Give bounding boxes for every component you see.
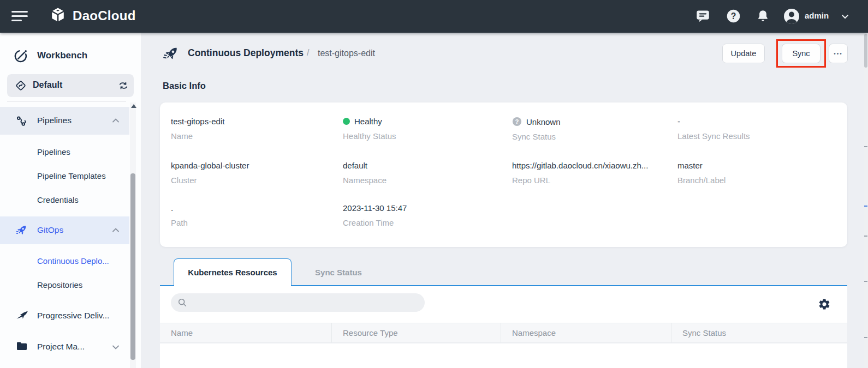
field-branch-label: master Branch/Label	[677, 161, 726, 185]
field-path: . Path	[171, 203, 188, 227]
username[interactable]: admin	[805, 11, 829, 20]
svg-text:?: ?	[731, 11, 736, 21]
field-healthy-status: Healthy Healthy Status	[343, 117, 396, 141]
workspace-selector[interactable]: Default	[7, 74, 134, 97]
breadcrumb-rocket-icon	[163, 45, 180, 62]
healthy-status-dot-icon	[343, 118, 350, 125]
scrollbar-mark	[864, 281, 867, 282]
table-header: Name Resource Type Namespace Sync Status	[160, 323, 847, 343]
sidebar-item-credentials[interactable]: Credentials	[37, 195, 79, 212]
chevron-up-icon[interactable]	[112, 228, 120, 232]
scrollbar-mark	[864, 236, 867, 237]
sidebar-scrollbar-up-arrow-icon[interactable]	[131, 104, 136, 108]
avatar[interactable]	[783, 8, 800, 25]
update-button[interactable]: Update	[722, 44, 765, 63]
sidebar-item-continuous-deployments[interactable]: Continuous Deplo...	[37, 256, 109, 273]
column-header-namespace: Namespace	[501, 323, 671, 342]
field-creation-time: 2023-11-30 15:47 Creation Time	[343, 203, 407, 227]
project-folder-icon	[15, 340, 28, 353]
field-cluster: kpanda-global-cluster Cluster	[171, 161, 249, 185]
chevron-up-icon[interactable]	[112, 118, 120, 123]
progressive-delivery-bird-icon	[15, 309, 28, 322]
user-chevron-down-icon[interactable]	[841, 14, 849, 19]
pipelines-group-label: Pipelines	[37, 116, 72, 125]
scrollbar-mark	[864, 337, 867, 338]
page-scrollbar-thumb[interactable]	[864, 34, 867, 68]
app-window: DaoCloud ? admin	[0, 0, 868, 368]
sidebar-item-repositories[interactable]: Repositories	[37, 280, 82, 297]
column-header-resource-type: Resource Type	[332, 323, 501, 342]
svg-text:?: ?	[515, 118, 519, 125]
field-namespace: default Namespace	[343, 161, 387, 185]
tab-kubernetes-resources[interactable]: Kubernetes Resources	[174, 258, 292, 286]
gitops-group-label: GitOps	[37, 225, 63, 235]
topbar: DaoCloud ? admin	[0, 0, 868, 33]
field-latest-sync-results: - Latest Sync Results	[677, 117, 750, 141]
switch-workspace-icon[interactable]	[118, 80, 129, 91]
workspace-name: Default	[33, 80, 62, 90]
chevron-down-icon[interactable]	[112, 345, 120, 349]
pipelines-icon	[15, 114, 28, 128]
column-header-sync-status: Sync Status	[671, 323, 847, 342]
search-icon	[177, 298, 187, 307]
search-bar[interactable]	[171, 293, 425, 312]
sidebar-scrollbar-thumb[interactable]	[130, 173, 135, 360]
sidebar-item-workbench[interactable]: Workbench	[0, 46, 141, 68]
project-management-label: Project Ma...	[37, 342, 85, 352]
scrollbar-mark	[864, 206, 867, 207]
page-scrollbar-track[interactable]	[864, 33, 868, 368]
sidebar-group-gitops[interactable]: GitOps	[0, 216, 129, 244]
gitops-rocket-icon	[15, 224, 28, 237]
workbench-icon	[13, 49, 28, 64]
workbench-label: Workbench	[37, 50, 87, 61]
sidebar: Workbench Default	[0, 33, 141, 368]
breadcrumb-root[interactable]: Continuous Deployments	[188, 47, 304, 59]
table-body-empty	[160, 343, 847, 368]
sidebar-item-progressive-delivery[interactable]: Progressive Deliv...	[0, 304, 129, 328]
progressive-delivery-label: Progressive Deliv...	[37, 311, 109, 321]
table-settings-gear-icon[interactable]	[818, 298, 831, 311]
field-repo-url: https://gitlab.daocloud.cn/xiaowu.zh... …	[512, 161, 648, 185]
basic-info-card: test-gitops-edit Name Healthy Healthy St…	[160, 102, 847, 247]
sidebar-divider	[7, 101, 126, 102]
search-input[interactable]	[192, 298, 418, 307]
help-icon[interactable]: ?	[726, 9, 741, 23]
breadcrumb-separator: /	[307, 48, 309, 58]
daocloud-logo-icon	[48, 6, 68, 26]
tab-sync-status[interactable]: Sync Status	[295, 258, 382, 286]
scrollbar-mark	[864, 146, 867, 147]
brand: DaoCloud	[48, 6, 136, 26]
message-icon[interactable]	[695, 9, 710, 23]
field-sync-status: ? Unknown Sync Status	[512, 117, 561, 141]
sidebar-group-pipelines[interactable]: Pipelines	[0, 107, 129, 135]
more-actions-button[interactable]: •••	[829, 44, 848, 63]
column-header-name: Name	[160, 323, 332, 342]
sidebar-item-pipeline-templates[interactable]: Pipeline Templates	[37, 171, 106, 188]
sidebar-item-pipelines[interactable]: Pipelines	[37, 147, 70, 164]
sync-button[interactable]: Sync	[782, 44, 821, 63]
notification-bell-icon[interactable]	[756, 9, 770, 23]
workspace-diamond-icon	[15, 80, 27, 92]
hamburger-menu-icon[interactable]	[11, 11, 28, 22]
basic-info-title: Basic Info	[163, 81, 206, 91]
field-name: test-gitops-edit Name	[171, 117, 224, 141]
sidebar-item-project-management[interactable]: Project Ma...	[0, 335, 129, 359]
brand-name: DaoCloud	[73, 8, 136, 23]
breadcrumb-current: test-gitops-edit	[318, 49, 375, 58]
resources-panel	[160, 286, 847, 323]
unknown-question-icon: ?	[512, 117, 522, 126]
